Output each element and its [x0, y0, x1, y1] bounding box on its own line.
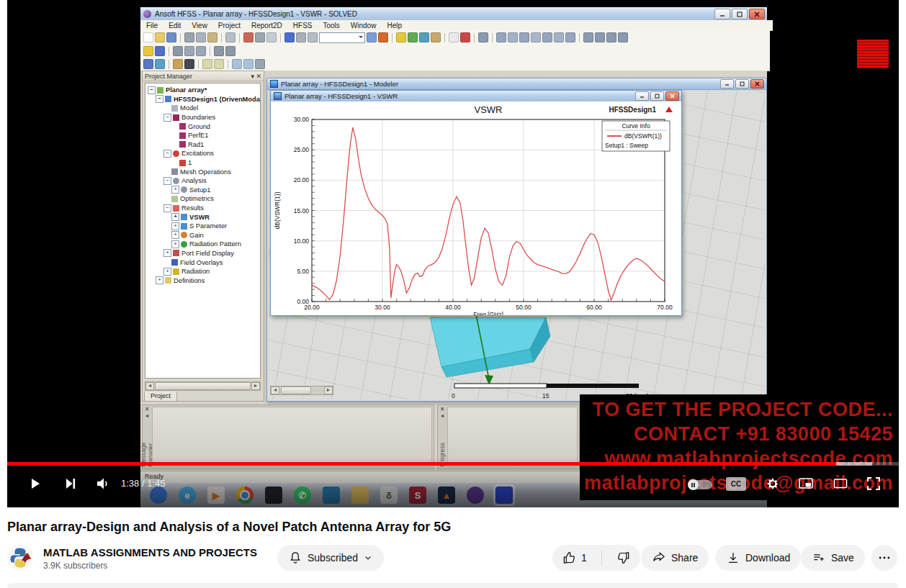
- errors-icon[interactable]: [460, 32, 470, 42]
- panel-close-icon[interactable]: ✕: [256, 73, 261, 80]
- tree-item-boundaries[interactable]: −Boundaries: [145, 113, 260, 122]
- close-icon[interactable]: [749, 9, 765, 19]
- play-icon[interactable]: [25, 475, 44, 492]
- scroll-thumb[interactable]: [281, 386, 311, 394]
- menu-hfss[interactable]: HFSS: [293, 22, 313, 30]
- results-view-icon[interactable]: [431, 32, 441, 42]
- dislike-button[interactable]: [607, 545, 640, 571]
- rotate-icon[interactable]: [308, 32, 318, 42]
- tree-item-optimetrics[interactable]: Optimetrics: [145, 194, 260, 204]
- menu-edit[interactable]: Edit: [169, 22, 181, 30]
- share-button[interactable]: Share: [641, 545, 709, 571]
- collapse-icon[interactable]: −: [163, 177, 171, 185]
- expand-icon[interactable]: +: [171, 240, 179, 248]
- miniplayer-icon[interactable]: [797, 475, 815, 492]
- tree-item-planar-array-[interactable]: −Planar array*: [145, 86, 260, 95]
- expand-icon[interactable]: +: [163, 268, 171, 276]
- more-actions-button[interactable]: [871, 545, 897, 571]
- pan-icon[interactable]: [173, 59, 183, 69]
- settings-gear-icon[interactable]: [763, 475, 782, 492]
- paste-icon[interactable]: [207, 32, 217, 42]
- captions-icon[interactable]: CC: [726, 477, 746, 491]
- wave-6-icon[interactable]: [554, 32, 564, 42]
- tree-item-mesh-operations[interactable]: Mesh Operations: [145, 167, 260, 176]
- view-orient-icon[interactable]: [173, 46, 183, 56]
- zoom-out-icon[interactable]: [214, 59, 224, 69]
- menu-help[interactable]: Help: [387, 22, 402, 30]
- print-icon[interactable]: [225, 32, 236, 42]
- channel-avatar[interactable]: [7, 545, 33, 571]
- tree-item-s-parameter[interactable]: +S Parameter: [145, 222, 260, 231]
- next-icon[interactable]: [606, 32, 616, 42]
- scroll-left-icon[interactable]: ◄: [145, 382, 154, 390]
- panel-close-icon[interactable]: ✕: [440, 406, 445, 412]
- video-player[interactable]: Ansoft HFSS - Planar array - HFSSDesign1…: [7, 0, 899, 507]
- menu-window[interactable]: Window: [351, 22, 377, 30]
- tree-item-gain[interactable]: +Gain: [145, 231, 260, 240]
- tree-item-vswr[interactable]: +VSWR: [145, 212, 260, 222]
- modeler-minimize-icon[interactable]: [720, 79, 734, 89]
- next-icon[interactable]: [61, 475, 80, 492]
- panel-dropdown-icon[interactable]: ▾: [251, 73, 254, 80]
- tree-item-definitions[interactable]: +Definitions: [145, 276, 260, 285]
- prev-icon[interactable]: [595, 32, 605, 42]
- collapse-icon[interactable]: −: [156, 95, 163, 103]
- modeler-maximize-icon[interactable]: [735, 79, 749, 89]
- panel-pin-icon[interactable]: ◂: [145, 412, 148, 419]
- plot-restore-icon[interactable]: [650, 91, 664, 101]
- zoom-in-icon[interactable]: [202, 59, 212, 69]
- zoom-extents-icon[interactable]: [367, 32, 377, 42]
- toolbar-combo-box[interactable]: [319, 32, 365, 43]
- minimize-icon[interactable]: [714, 9, 730, 19]
- save-icon[interactable]: [166, 32, 176, 42]
- menu-file[interactable]: File: [146, 22, 158, 30]
- validate-icon[interactable]: [449, 32, 459, 42]
- tree-item-results[interactable]: −Results: [145, 204, 260, 213]
- context-help-icon[interactable]: [155, 46, 165, 56]
- tree-item-field-overlays[interactable]: Field Overlays: [145, 258, 260, 267]
- vswr-titlebar[interactable]: Planar array - HFSSDesign1 - VSWR: [271, 91, 681, 102]
- expand-icon[interactable]: +: [171, 222, 179, 230]
- matrix-icon[interactable]: [396, 32, 406, 42]
- view-iso1-icon[interactable]: [214, 46, 224, 56]
- tree-item-1[interactable]: 1: [145, 158, 260, 168]
- tree-item-excitations[interactable]: −Excitations: [145, 149, 260, 158]
- plot-minimize-icon[interactable]: [635, 91, 649, 101]
- project-tab[interactable]: Project: [144, 392, 177, 402]
- print-preview-icon[interactable]: [143, 59, 153, 69]
- tree-item-radiation-pattern[interactable]: +Radiation Pattern: [145, 240, 260, 249]
- expand-icon[interactable]: +: [163, 249, 171, 257]
- volume-icon[interactable]: [94, 475, 112, 492]
- modeler-titlebar[interactable]: Planar array - HFSSDesign1 - Modeler: [267, 78, 766, 90]
- scroll-left-icon[interactable]: ◄: [271, 386, 279, 394]
- collapse-icon[interactable]: −: [148, 86, 156, 94]
- tree-item-radiation[interactable]: +Radiation: [145, 267, 260, 276]
- wave-5-icon[interactable]: [542, 32, 552, 42]
- description-box[interactable]: [7, 583, 899, 588]
- scroll-right-icon[interactable]: ►: [324, 386, 333, 394]
- redo-icon[interactable]: [266, 32, 277, 42]
- fit-selection-icon[interactable]: [243, 59, 254, 69]
- tree-item-setup1[interactable]: +Setup1: [145, 186, 260, 195]
- tree-item-analysis[interactable]: −Analysis: [145, 176, 260, 186]
- menu-view[interactable]: View: [192, 22, 207, 30]
- orbit-icon[interactable]: [184, 59, 194, 69]
- expand-icon[interactable]: +: [156, 276, 163, 284]
- theater-mode-icon[interactable]: [831, 475, 850, 492]
- measure-icon[interactable]: [378, 32, 388, 42]
- copy-icon[interactable]: [196, 32, 206, 42]
- scroll-thumb[interactable]: [155, 382, 251, 390]
- expand-icon[interactable]: +: [171, 213, 179, 221]
- tree-item-ground[interactable]: Ground: [145, 122, 260, 131]
- tree-item-model[interactable]: Model: [145, 104, 260, 113]
- copy-image-icon[interactable]: [478, 32, 488, 42]
- tree-item-hfssdesign1-drivenmodal-[interactable]: −HFSSDesign1 (DrivenModal): [145, 95, 260, 104]
- panel-close-icon[interactable]: ✕: [145, 406, 150, 412]
- axes-icon[interactable]: [255, 59, 265, 69]
- project-tree-hscrollbar[interactable]: ◄ ►: [145, 381, 261, 391]
- delete-icon[interactable]: [243, 32, 254, 42]
- wave-4-icon[interactable]: [531, 32, 541, 42]
- expand-icon[interactable]: +: [171, 231, 179, 239]
- panel-pin-icon[interactable]: ◂: [441, 412, 444, 419]
- mesh-view-icon[interactable]: [419, 32, 429, 42]
